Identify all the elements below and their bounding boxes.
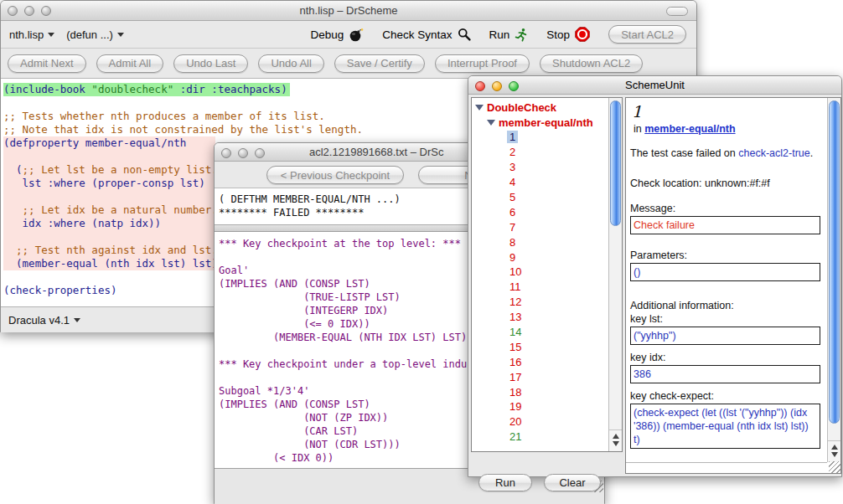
acl2-shutdown-acl2-button[interactable]: Shutdown ACL2 [540,54,643,73]
test-case-item[interactable]: 2 [475,145,622,160]
case-location-line: in member-equal/nth [634,123,826,135]
test-case-list: 123456789101112131415161718192021 [475,130,622,445]
tree-item-suite[interactable]: member-equal/nth [475,115,622,130]
test-case-item[interactable]: 19 [475,399,622,414]
check-acl2-true-link[interactable]: check-acl2-true [738,147,809,159]
previous-checkpoint-button[interactable]: < Previous Checkpoint [266,166,404,184]
language-label: Dracula v4.1 [8,314,70,327]
check-location: Check location: unknown:#f:#f [630,177,826,189]
minimize-button[interactable] [238,148,248,158]
test-case-item[interactable]: 14 [475,325,622,340]
acl2-undo-last-button[interactable]: Undo Last [173,54,248,73]
test-case-item[interactable]: 13 [475,310,622,325]
code-line [3,150,215,163]
toolbar-toggle-button[interactable] [666,7,688,16]
acl2-interrupt-proof-button[interactable]: Interrupt Proof [435,54,530,73]
failure-summary: The test case failed on check-acl2-true. [630,147,821,161]
schemeunit-body: DoubleCheck member-equal/nth 12345678910… [468,95,841,478]
search-icon [458,28,471,41]
test-case-number: 15 [507,341,524,353]
acl2-save-certify-button[interactable]: Save / Certify [334,54,425,73]
test-case-item[interactable]: 20 [475,414,622,429]
test-case-number: 6 [507,206,518,219]
window-controls [221,148,265,158]
field-value-box[interactable]: 386 [630,365,820,383]
run-button[interactable]: Run [489,28,529,42]
debug-button[interactable]: Debug [310,27,364,42]
disclosure-triangle-icon[interactable] [487,120,495,126]
field-label: key lst: [630,313,826,325]
scrollbar-arrows [828,440,840,462]
parameters-value-box[interactable]: () [630,263,820,281]
tree-item-doublecheck[interactable]: DoubleCheck [475,100,622,115]
code-token: (defproperty member-equal/nth [3,136,186,149]
window-title: nth.lisp – DrScheme [1,4,696,17]
field-value: 386 [634,368,651,380]
test-case-item[interactable]: 21 [475,429,622,445]
code-line: (;; Let lst be a non-empty list. [3,163,215,177]
test-case-item[interactable]: 9 [475,249,622,265]
field-value-box[interactable]: (check-expect (let ((lst '("yyhhp")) (id… [630,404,820,449]
code-token: ;; Let idx be a natural number. [3,203,218,216]
test-detail-content[interactable]: 1 in member-equal/nth The test case fail… [626,98,826,462]
scroll-up-arrow-icon[interactable] [613,434,619,439]
code-line [3,230,215,244]
test-case-item[interactable]: 12 [475,295,622,310]
code-line: ;; Test nth against idx and lst. [3,244,215,257]
test-case-item[interactable]: 18 [475,384,622,399]
test-tree-panel[interactable]: DoubleCheck member-equal/nth 12345678910… [471,97,623,452]
schemeunit-bottom-bar: Run Clear [468,471,624,496]
scrollbar-thumb[interactable] [829,100,840,424]
horizontal-scrollbar[interactable] [626,462,827,473]
acl2-undo-all-button[interactable]: Undo All [258,54,323,73]
dracula-language-menu[interactable]: Dracula v4.1 [8,314,80,327]
window-title: SchemeUnit [468,79,841,91]
detail-scrollbar[interactable] [827,98,840,462]
run-tests-button[interactable]: Run [478,474,532,491]
test-case-item[interactable]: 1 [475,130,622,145]
code-line: lst :where (proper-consp lst) [3,177,215,190]
test-case-item[interactable]: 8 [475,234,622,249]
code-token: idx :where (natp idx)) [3,217,161,229]
message-value-box[interactable]: Check failure [630,216,820,234]
test-case-item[interactable]: 6 [475,204,622,219]
scroll-down-arrow-icon[interactable] [831,452,838,457]
scroll-up-arrow-icon[interactable] [831,445,838,450]
resize-grip[interactable] [829,461,840,473]
acl2-admit-all-button[interactable]: Admit All [96,54,164,73]
scroll-down-arrow-icon[interactable] [613,441,619,446]
code-line: idx :where (natp idx)) [3,217,215,230]
main-titlebar[interactable]: nth.lisp – DrScheme [1,1,696,21]
defun-dropdown[interactable]: (defun ...) [66,28,124,41]
schemeunit-titlebar[interactable]: SchemeUnit [468,76,841,95]
start-acl2-button[interactable]: Start ACL2 [608,25,686,44]
suite-link[interactable]: member-equal/nth [644,123,735,135]
test-case-item[interactable]: 15 [475,339,622,354]
file-dropdown[interactable]: nth.lisp [9,28,54,41]
test-case-item[interactable]: 17 [475,369,622,384]
run-label: Run [489,28,510,41]
tree-scrollbar[interactable] [608,98,622,451]
test-case-item[interactable]: 5 [475,190,622,205]
test-case-item[interactable]: 4 [475,175,622,190]
failure-text: The test case failed on [630,147,738,159]
stop-button[interactable]: Stop [546,27,590,42]
bomb-icon [349,27,364,42]
check-syntax-button[interactable]: Check Syntax [382,28,470,41]
disclosure-triangle-icon[interactable] [475,105,484,111]
zoom-button[interactable] [255,148,265,158]
test-case-item[interactable]: 3 [475,160,622,175]
acl2-admit-next-button[interactable]: Admit Next [8,54,86,73]
test-case-number: 8 [507,236,518,249]
test-case-item[interactable]: 10 [475,265,622,280]
test-case-number: 11 [507,280,524,293]
test-case-number: 2 [507,146,518,158]
clear-button[interactable]: Clear [544,474,601,491]
close-button[interactable] [221,148,231,158]
scrollbar-thumb[interactable] [610,100,621,226]
test-case-item[interactable]: 16 [475,354,622,369]
test-case-item[interactable]: 11 [475,280,622,295]
field-value-box[interactable]: ("yyhhp") [630,327,820,345]
test-case-item[interactable]: 7 [475,219,622,234]
test-case-number: 9 [507,251,518,264]
